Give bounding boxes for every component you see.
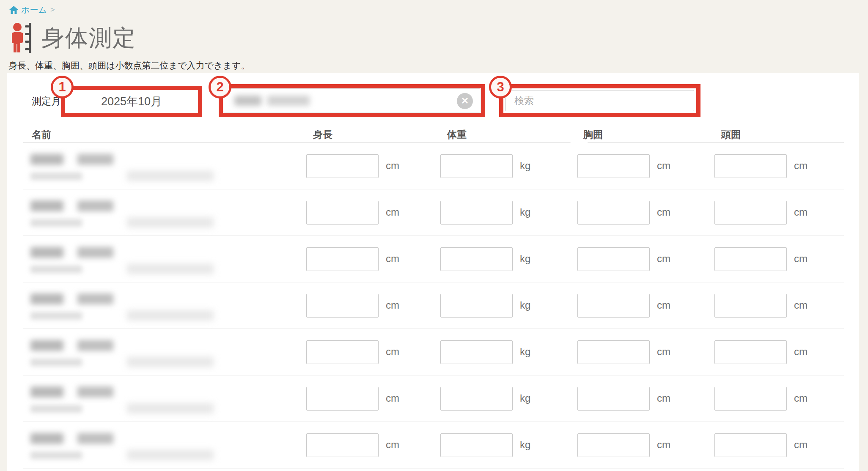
head-input[interactable] (714, 154, 787, 178)
blurred-class-name (127, 450, 214, 460)
weight-input[interactable] (440, 247, 513, 271)
table-row: cm kg cm cm (0, 236, 868, 282)
table-row: cm kg cm cm (0, 282, 868, 329)
blurred-furigana (30, 173, 82, 180)
chest-input[interactable] (577, 201, 650, 225)
blurred-furigana (30, 452, 82, 459)
height-unit-label: cm (386, 253, 399, 265)
height-input[interactable] (306, 387, 379, 411)
chest-input[interactable] (577, 340, 650, 364)
column-header-weight: 体重 (447, 128, 467, 141)
height-input[interactable] (306, 201, 379, 225)
chest-unit-label: cm (657, 206, 670, 218)
blurred-furigana (30, 219, 82, 227)
page-header: 身体測定 (8, 22, 136, 54)
blurred-last-name (30, 154, 63, 165)
column-header-height: 身長 (313, 128, 332, 141)
head-unit-label: cm (794, 206, 808, 218)
weight-input[interactable] (440, 154, 513, 178)
blurred-first-name (77, 340, 113, 351)
head-input[interactable] (714, 387, 787, 411)
blurred-class-name (127, 264, 214, 274)
blurred-class-name (127, 310, 214, 320)
blurred-furigana (30, 405, 82, 413)
blurred-class-name (127, 217, 214, 227)
height-input[interactable] (306, 294, 379, 318)
height-unit-label: cm (386, 392, 399, 404)
chest-input[interactable] (577, 154, 650, 178)
blurred-first-name (77, 433, 113, 444)
annotation-badge-2: 2 (209, 76, 231, 99)
weight-input[interactable] (440, 387, 513, 411)
height-input[interactable] (306, 433, 379, 457)
head-unit-label: cm (794, 392, 808, 404)
blurred-furigana (30, 359, 82, 366)
annotation-badge-1: 1 (51, 76, 74, 99)
weight-unit-label: kg (520, 392, 530, 404)
weight-unit-label: kg (520, 439, 530, 451)
chest-input[interactable] (577, 387, 650, 411)
chest-unit-label: cm (657, 253, 670, 265)
head-input[interactable] (714, 433, 787, 457)
table-row: cm kg cm cm (0, 143, 868, 189)
search-input[interactable] (505, 90, 694, 111)
head-input[interactable] (714, 340, 787, 364)
highlight-box-month: 2025年10月 (61, 86, 202, 117)
breadcrumb-home-link[interactable]: ホーム (9, 4, 47, 16)
annotation-badge-3: 3 (489, 76, 512, 99)
weight-unit-label: kg (520, 160, 530, 172)
chest-input[interactable] (577, 294, 650, 318)
blurred-last-name (30, 386, 63, 397)
head-unit-label: cm (794, 346, 808, 358)
height-unit-label: cm (386, 346, 399, 358)
highlight-box-class: ✕ (219, 84, 485, 117)
table-row: cm kg cm cm (0, 422, 868, 468)
column-header-head: 頭囲 (721, 128, 741, 141)
weight-input[interactable] (440, 433, 513, 457)
height-input[interactable] (306, 340, 379, 364)
blurred-class-text (234, 96, 261, 106)
page-subtitle: 身長、体重、胸囲、頭囲は小数点第二位まで入力できます。 (8, 60, 250, 71)
breadcrumb-home-label: ホーム (21, 4, 47, 16)
chest-unit-label: cm (657, 392, 670, 404)
table-row: cm kg cm cm (0, 329, 868, 375)
clear-selection-button[interactable]: ✕ (457, 93, 473, 109)
head-input[interactable] (714, 294, 787, 318)
head-unit-label: cm (794, 160, 808, 172)
month-select[interactable]: 2025年10月 (65, 90, 198, 113)
blurred-last-name (30, 340, 63, 351)
breadcrumb: ホーム > (9, 4, 55, 16)
blurred-first-name (77, 386, 113, 397)
chest-input[interactable] (577, 433, 650, 457)
head-unit-label: cm (794, 253, 808, 265)
head-unit-label: cm (794, 299, 808, 311)
blurred-furigana (30, 312, 82, 320)
height-input[interactable] (306, 154, 379, 178)
blurred-last-name (30, 247, 63, 258)
head-unit-label: cm (794, 439, 808, 451)
close-icon: ✕ (461, 96, 469, 107)
blurred-class-name (127, 403, 214, 413)
page-title: 身体測定 (41, 23, 136, 54)
chest-input[interactable] (577, 247, 650, 271)
blurred-first-name (77, 154, 113, 165)
column-header-name: 名前 (32, 128, 51, 141)
blurred-class-text (267, 96, 310, 106)
head-input[interactable] (714, 201, 787, 225)
height-unit-label: cm (386, 439, 399, 451)
class-select[interactable]: ✕ (223, 88, 481, 113)
height-input[interactable] (306, 247, 379, 271)
weight-unit-label: kg (520, 346, 530, 358)
blurred-last-name (30, 433, 63, 444)
blurred-class-name (127, 171, 214, 181)
weight-input[interactable] (440, 294, 513, 318)
weight-input[interactable] (440, 201, 513, 225)
head-input[interactable] (714, 247, 787, 271)
blurred-class-name (127, 357, 214, 367)
chest-unit-label: cm (657, 160, 670, 172)
blurred-furigana (30, 266, 82, 273)
blurred-last-name (30, 293, 63, 304)
tooltip-notch (569, 138, 589, 143)
weight-input[interactable] (440, 340, 513, 364)
row-divider (23, 468, 844, 468)
